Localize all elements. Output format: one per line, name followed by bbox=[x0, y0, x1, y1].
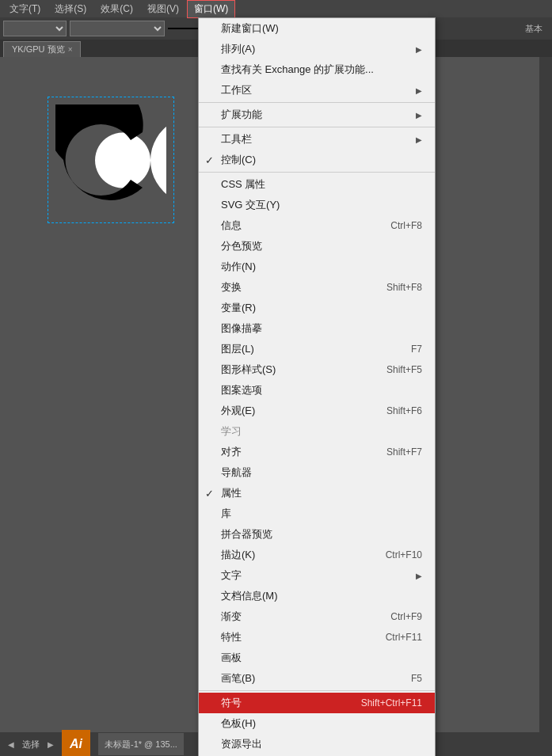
ai-logo: Ai bbox=[62, 730, 90, 756]
menu-item-shortcut: Shift+F6 bbox=[363, 405, 422, 416]
menu-item-toolbar[interactable]: 工具栏 bbox=[199, 129, 435, 150]
menu-select[interactable]: 选择(S) bbox=[48, 1, 93, 17]
menu-item-extensions[interactable]: 扩展功能 bbox=[199, 104, 435, 125]
separator-3 bbox=[199, 172, 435, 173]
menu-item-label: 渐变 bbox=[221, 610, 242, 624]
taskbar-file-label: 未标题-1* @ 135... bbox=[105, 739, 177, 750]
toolbar-select-1[interactable] bbox=[3, 21, 67, 36]
menu-item-shortcut: F5 bbox=[387, 673, 422, 684]
menu-item-new-window[interactable]: 新建窗口(W) bbox=[199, 18, 435, 39]
menu-item-label: 排列(A) bbox=[221, 42, 255, 56]
menu-item-label: 特性 bbox=[221, 630, 242, 644]
menu-item-shortcut: Ctrl+F10 bbox=[362, 549, 422, 560]
menu-item-variables[interactable]: 变量(R) bbox=[199, 298, 435, 318]
menu-item-control[interactable]: 控制(C) bbox=[199, 150, 435, 170]
menu-item-brush[interactable]: 画笔(B) F5 bbox=[199, 668, 435, 689]
right-panel bbox=[539, 57, 552, 732]
taskbar-file[interactable]: 未标题-1* @ 135... bbox=[98, 733, 184, 755]
menu-item-label: 画板 bbox=[221, 651, 242, 665]
menu-item-label: 拼合器预览 bbox=[221, 527, 272, 541]
menu-item-color-proof[interactable]: 分色预览 bbox=[199, 236, 435, 256]
status-arrow-right[interactable]: ▶ bbox=[48, 740, 54, 749]
ai-logo-text: Ai bbox=[70, 737, 82, 751]
tab-label: YK/GPU 预览 bbox=[12, 44, 65, 55]
menu-item-label: CSS 属性 bbox=[221, 177, 265, 192]
menu-effects[interactable]: 效果(C) bbox=[94, 1, 139, 17]
menu-item-label: 文档信息(M) bbox=[221, 589, 278, 603]
menu-item-label: 工作区 bbox=[221, 83, 252, 97]
menu-item-align[interactable]: 对齐 Shift+F7 bbox=[199, 442, 435, 462]
menu-item-label: 色板(H) bbox=[221, 716, 256, 731]
status-arrow-left[interactable]: ◀ bbox=[8, 740, 14, 749]
menu-item-shortcut: F7 bbox=[387, 344, 422, 355]
menu-item-shortcut: Ctrl+F11 bbox=[362, 632, 422, 643]
separator-4 bbox=[199, 690, 435, 691]
menu-item-shortcut: Shift+F7 bbox=[363, 446, 422, 458]
menu-item-asset-export[interactable]: 资源导出 bbox=[199, 734, 435, 754]
menu-item-label: 外观(E) bbox=[221, 404, 255, 418]
menu-item-exchange[interactable]: 查找有关 Exchange 的扩展功能... bbox=[199, 59, 435, 80]
menu-item-shortcut: Ctrl+F8 bbox=[367, 220, 422, 231]
menu-item-properties[interactable]: 属性 bbox=[199, 483, 435, 503]
menu-item-image-trace[interactable]: 图像描摹 bbox=[199, 318, 435, 339]
menu-item-graphic-styles[interactable]: 图形样式(S) Shift+F5 bbox=[199, 359, 435, 380]
window-dropdown-menu: 新建窗口(W) 排列(A) 查找有关 Exchange 的扩展功能... 工作区… bbox=[198, 17, 436, 756]
menu-bar: 文字(T) 选择(S) 效果(C) 视图(V) 窗口(W) bbox=[0, 0, 552, 17]
menu-item-label: 扩展功能 bbox=[221, 108, 262, 122]
menu-item-layers[interactable]: 图层(L) F7 bbox=[199, 339, 435, 359]
canvas-object[interactable] bbox=[48, 97, 174, 223]
tab-close-button[interactable]: × bbox=[68, 45, 73, 54]
menu-item-label: 描边(K) bbox=[221, 548, 255, 562]
toolbar-select-2[interactable] bbox=[70, 21, 165, 36]
separator-2 bbox=[199, 127, 435, 127]
menu-item-shortcut: Shift+Ctrl+F11 bbox=[337, 697, 422, 709]
menu-item-artboard[interactable]: 画板 bbox=[199, 648, 435, 668]
menu-item-label: 控制(C) bbox=[221, 153, 256, 167]
menu-item-learn[interactable]: 学习 bbox=[199, 421, 435, 442]
selection-box bbox=[48, 97, 174, 223]
menu-item-label: 动作(N) bbox=[221, 260, 256, 274]
menu-item-svg-interactive[interactable]: SVG 交互(Y) bbox=[199, 195, 435, 215]
menu-item-shortcut: Shift+F5 bbox=[363, 364, 422, 375]
menu-item-library[interactable]: 库 bbox=[199, 503, 435, 524]
menu-window[interactable]: 窗口(W) bbox=[187, 0, 235, 18]
menu-item-label: 属性 bbox=[221, 486, 242, 500]
menu-item-arrange[interactable]: 排列(A) bbox=[199, 39, 435, 59]
menu-item-label: 图案选项 bbox=[221, 383, 262, 397]
menu-item-attributes[interactable]: 特性 Ctrl+F11 bbox=[199, 627, 435, 648]
menu-item-css-attr[interactable]: CSS 属性 bbox=[199, 174, 435, 195]
menu-item-label: SVG 交互(Y) bbox=[221, 198, 280, 212]
menu-item-shortcut: Ctrl+F9 bbox=[367, 611, 422, 622]
tab-yk-gpu[interactable]: YK/GPU 预览 × bbox=[3, 41, 81, 57]
menu-item-pattern-options[interactable]: 图案选项 bbox=[199, 380, 435, 401]
menu-item-label: 工具栏 bbox=[221, 132, 252, 146]
menu-item-label: 库 bbox=[221, 507, 231, 521]
menu-item-gradient[interactable]: 渐变 Ctrl+F9 bbox=[199, 606, 435, 627]
menu-item-transform[interactable]: 变换 Shift+F8 bbox=[199, 277, 435, 298]
separator-1 bbox=[199, 102, 435, 103]
menu-item-assembler-preview[interactable]: 拼合器预览 bbox=[199, 524, 435, 545]
menu-view[interactable]: 视图(V) bbox=[141, 1, 185, 17]
menu-item-label: 变量(R) bbox=[221, 301, 256, 315]
menu-item-label: 分色预览 bbox=[221, 239, 262, 253]
menu-item-shortcut: Shift+F8 bbox=[363, 282, 422, 293]
menu-item-label: 资源导出 bbox=[221, 737, 262, 751]
menu-item-label: 变换 bbox=[221, 280, 242, 294]
menu-item-actions[interactable]: 动作(N) bbox=[199, 256, 435, 277]
menu-item-label: 图像描摹 bbox=[221, 321, 262, 336]
menu-item-text-panel[interactable]: 文字 bbox=[199, 565, 435, 586]
menu-item-appearance[interactable]: 外观(E) Shift+F6 bbox=[199, 401, 435, 421]
menu-text[interactable]: 文字(T) bbox=[3, 1, 47, 17]
status-mode-label: 选择 bbox=[22, 739, 40, 750]
menu-item-label: 画笔(B) bbox=[221, 671, 255, 686]
menu-item-navigator[interactable]: 导航器 bbox=[199, 462, 435, 483]
menu-item-swatches[interactable]: 色板(H) bbox=[199, 713, 435, 734]
menu-item-symbols[interactable]: 符号 Shift+Ctrl+F11 bbox=[199, 693, 435, 713]
menu-item-label: 查找有关 Exchange 的扩展功能... bbox=[221, 63, 374, 77]
menu-item-workspace[interactable]: 工作区 bbox=[199, 80, 435, 101]
menu-item-doc-info[interactable]: 文档信息(M) bbox=[199, 586, 435, 606]
menu-item-info[interactable]: 信息 Ctrl+F8 bbox=[199, 215, 435, 236]
toolbar-basic-label: 基本 bbox=[525, 23, 542, 35]
menu-item-label: 新建窗口(W) bbox=[221, 21, 279, 36]
menu-item-stroke[interactable]: 描边(K) Ctrl+F10 bbox=[199, 545, 435, 565]
